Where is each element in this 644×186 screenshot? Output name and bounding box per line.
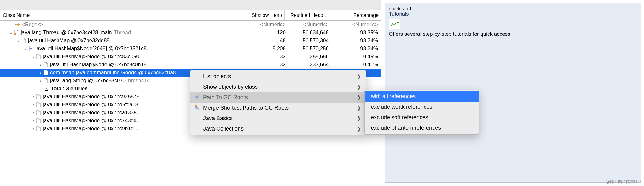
sort-indicator-icon: ⌄ <box>324 14 327 18</box>
menu-item[interactable]: Java Collections❯ <box>190 123 366 134</box>
percentage-value: 0.45% <box>332 54 381 60</box>
shallow-heap-value: 32 <box>246 62 289 68</box>
object-name: java.util.HashMap$Node @ 0x7bc9b1d10 <box>43 126 139 132</box>
object-icon <box>43 70 48 76</box>
retained-numeric-ph[interactable]: <Numeric> <box>289 22 332 28</box>
submenu-item-label: exclude phantom references <box>371 125 474 131</box>
shallow-heap-value: 8,208 <box>246 46 289 52</box>
percentage-numeric-ph[interactable]: <Numeric> <box>332 22 381 28</box>
object-icon <box>36 94 41 100</box>
object-name: java.util.HashMap$Node @ 0x7bca13350 <box>43 110 139 116</box>
svg-rect-4 <box>198 95 199 97</box>
submenu-item-label: exclude weak references <box>371 104 474 110</box>
col-shallow-label: Shallow Heap <box>252 13 282 18</box>
shallow-heap-value: 48 <box>246 38 289 44</box>
col-retained-heap[interactable]: Retained Heap⌄ <box>285 10 330 20</box>
svg-point-0 <box>14 33 16 35</box>
expand-toggle[interactable]: ⌄ <box>31 55 35 59</box>
object-icon <box>36 102 41 108</box>
expand-toggle[interactable]: › <box>31 119 35 123</box>
object-icon <box>29 46 34 52</box>
filter-row: <Regex> <Numeric> <Numeric> <Numeric> <box>0 21 381 29</box>
shallow-heap-value: 120 <box>246 30 289 36</box>
expand-toggle[interactable]: › <box>38 71 43 75</box>
svg-rect-9 <box>198 108 199 110</box>
menu-item[interactable]: Merge Shortest Paths to GC Roots❯ <box>190 103 366 113</box>
tree-row[interactable]: ⌄java.util.HashMap @ 0x7be32dd884856,570… <box>0 37 381 45</box>
editor-tabstrip[interactable] <box>0 0 381 10</box>
tree-row[interactable]: ⌄java.util.HashMap$Node[2048] @ 0x7be352… <box>0 45 381 53</box>
object-icon <box>21 38 26 44</box>
gc-roots-submenu: with all referencesexclude weak referenc… <box>364 90 479 135</box>
menu-item-label: Java Basics <box>203 115 348 122</box>
object-icon <box>36 110 41 116</box>
regex-placeholder[interactable]: <Regex> <box>22 22 43 28</box>
object-icon <box>43 78 48 84</box>
percentage-value: 98.24% <box>332 46 381 52</box>
percentage-value: 0.41% <box>332 62 381 68</box>
menu-item-icon <box>194 105 201 110</box>
submenu-arrow-icon: ❯ <box>357 84 361 90</box>
col-class-name[interactable]: Class Name <box>0 10 239 20</box>
submenu-item[interactable]: exclude weak references <box>365 102 479 112</box>
shallow-heap-value: 32 <box>246 54 289 60</box>
col-shallow-heap[interactable]: Shallow Heap <box>239 10 285 20</box>
menu-item-label: List objects <box>203 73 348 80</box>
expand-toggle[interactable]: ⌄ <box>16 38 21 43</box>
svg-rect-3 <box>195 97 197 98</box>
menu-item[interactable]: Show objects by class❯ <box>190 82 366 92</box>
expand-toggle[interactable]: › <box>38 63 43 67</box>
tutorials-title: Tutorials <box>389 11 637 17</box>
menu-item[interactable]: List objects❯ <box>190 71 366 82</box>
percentage-value: 98.24% <box>332 38 381 44</box>
menu-item[interactable]: Java Basics❯ <box>190 113 366 123</box>
submenu-arrow-icon: ❯ <box>357 105 361 111</box>
object-icon <box>36 118 41 124</box>
object-name: Total: 3 entries <box>51 86 88 92</box>
submenu-item[interactable]: exclude soft references <box>365 112 479 123</box>
tree-row[interactable]: ›java.util.HashMap$Node @ 0x7bc8c0b18322… <box>0 61 381 69</box>
expand-toggle[interactable]: › <box>31 103 35 107</box>
table-header: Class Name Shallow Heap Retained Heap⌄ P… <box>0 10 381 21</box>
tree-row[interactable]: ⌄java.lang.Thread @ 0x7be34ef28mainThrea… <box>0 29 381 37</box>
svg-rect-5 <box>198 98 199 99</box>
svg-rect-7 <box>195 107 197 108</box>
shallow-numeric-ph[interactable]: <Numeric> <box>246 22 289 28</box>
retained-heap-value: 258,656 <box>289 54 332 60</box>
object-icon <box>36 54 41 60</box>
percentage-value: 98.35% <box>332 30 381 36</box>
submenu-item[interactable]: with all references <box>365 91 479 102</box>
retained-heap-value: 56,570,304 <box>289 38 332 44</box>
expand-toggle[interactable]: › <box>31 111 35 115</box>
object-name: java.util.HashMap @ 0x7be32dd88 <box>28 38 110 44</box>
submenu-item-label: exclude soft references <box>371 114 474 121</box>
app-window: Class Name Shallow Heap Retained Heap⌄ P… <box>0 0 644 186</box>
submenu-item[interactable]: exclude phantom references <box>365 123 479 133</box>
object-icon <box>36 126 41 132</box>
expand-toggle[interactable]: › <box>31 127 35 131</box>
expand-toggle[interactable]: › <box>38 79 43 83</box>
expand-toggle[interactable]: ⌄ <box>9 30 13 35</box>
object-name: com.msdn.java.commandLine.Goods @ 0x7bc8… <box>50 70 176 76</box>
object-name: java.util.HashMap$Node @ 0x7bc83c050 <box>43 54 139 60</box>
regex-filter-icon <box>14 22 22 28</box>
object-name: java.util.HashMap$Node @ 0x7bc925578 <box>43 94 139 100</box>
submenu-arrow-icon: ❯ <box>357 74 361 79</box>
object-name: java.util.HashMap$Node @ 0x7bc743dd0 <box>43 118 139 124</box>
menu-item[interactable]: Path To GC Roots❯ <box>190 92 366 103</box>
submenu-arrow-icon: ❯ <box>357 126 361 132</box>
col-percentage[interactable]: Percentage <box>330 10 381 20</box>
tree-row[interactable]: ⌄java.util.HashMap$Node @ 0x7bc83c050322… <box>0 53 381 61</box>
menu-item-label: Merge Shortest Paths to GC Roots <box>203 105 348 111</box>
svg-rect-1 <box>30 48 31 49</box>
context-menu: List objects❯Show objects by class❯Path … <box>190 70 366 135</box>
watermark: @稀土掘金技术社区 <box>606 179 642 184</box>
tutorials-icon <box>389 19 400 29</box>
expand-toggle[interactable]: ⌄ <box>24 46 28 51</box>
object-icon <box>14 30 19 36</box>
expand-toggle[interactable]: › <box>31 95 35 99</box>
menu-item-icon <box>194 95 201 100</box>
object-name: java.util.HashMap$Node @ 0x7bd5fda18 <box>43 102 138 108</box>
tutorials-text: Offers several step-by-step tutorials fo… <box>389 31 637 38</box>
object-icon <box>43 62 48 68</box>
